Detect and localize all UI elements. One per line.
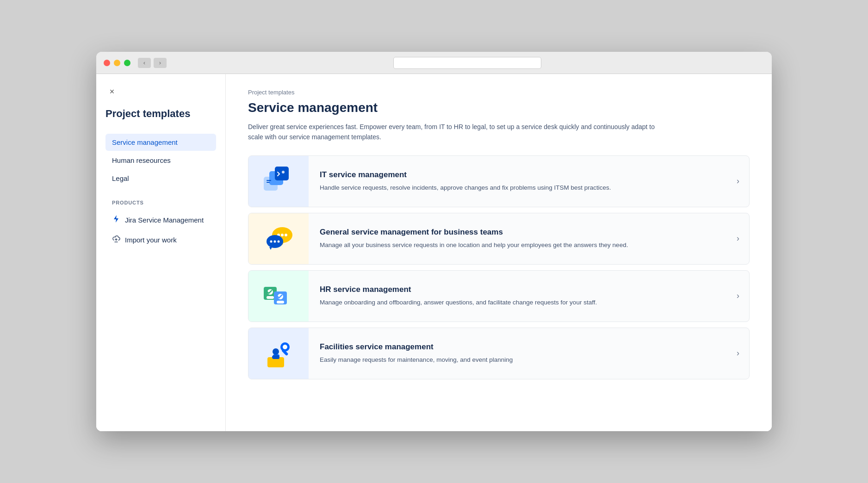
template-icon-facilities [248,328,309,379]
svg-point-14 [274,240,276,242]
template-title-general: General service management for business … [320,228,716,237]
sidebar-title: Project templates [105,107,216,121]
template-info-hr: HR service management Manage onboarding … [309,276,727,316]
template-title-facilities: Facilities service management [320,342,716,352]
template-info-it: IT service management Handle service req… [309,161,727,202]
svg-rect-3 [275,167,289,180]
svg-point-4 [282,171,285,173]
svg-marker-16 [269,247,272,250]
sidebar-item-import-label: Import your work [125,236,177,244]
sidebar-close-button[interactable]: × [105,85,118,98]
template-card-hr-service[interactable]: HR service management Manage onboarding … [248,270,750,322]
template-arrow-facilities: › [727,348,749,358]
svg-rect-22 [277,301,284,303]
page-title: Service management [248,100,750,115]
template-card-general-service[interactable]: General service management for business … [248,213,750,265]
svg-point-15 [278,240,280,242]
svg-rect-6 [267,182,270,183]
template-desc-hr: Manage onboarding and offboarding, answe… [320,298,634,307]
breadcrumb: Project templates [248,89,750,96]
sidebar-section-products: PRODUCTS [112,200,216,205]
sidebar-item-import-your-work[interactable]: Import your work [105,230,216,250]
svg-rect-19 [267,296,274,299]
template-info-general: General service management for business … [309,218,727,259]
svg-point-10 [285,234,287,236]
window-body: × Project templates Service management H… [96,74,772,431]
sidebar-item-human-resources[interactable]: Human reseources [105,152,216,169]
sidebar-item-jira-label: Jira Service Management [125,216,204,224]
template-info-facilities: Facilities service management Easily man… [309,333,727,374]
titlebar: ‹ › [96,52,772,74]
svg-rect-29 [272,355,279,359]
sidebar-item-jira-service-management[interactable]: Jira Service Management [105,210,216,230]
sidebar-item-legal[interactable]: Legal [105,170,216,187]
template-desc-general: Manage all your business service request… [320,241,634,250]
svg-point-28 [273,348,279,355]
template-desc-it: Handle service requests, resolve inciden… [320,183,634,192]
svg-rect-5 [267,180,271,181]
nav-controls: ‹ › [138,58,167,68]
svg-marker-0 [114,215,118,223]
close-window-button[interactable] [104,60,110,66]
lightning-icon [112,215,120,225]
svg-point-9 [281,234,284,236]
sidebar: × Project templates Service management H… [96,74,226,431]
svg-point-13 [270,240,273,242]
back-button[interactable]: ‹ [138,58,151,68]
template-icon-it [248,156,309,207]
url-bar[interactable] [393,57,541,69]
main-content: Project templates Service management Del… [226,74,772,431]
template-icon-general [248,213,309,264]
template-title-hr: HR service management [320,285,716,294]
template-arrow-general: › [727,234,749,243]
titlebar-search-area [170,57,764,69]
template-icon-hr [248,271,309,322]
template-card-facilities-service[interactable]: Facilities service management Easily man… [248,328,750,379]
forward-button[interactable]: › [154,58,167,68]
cloud-upload-icon [112,235,120,245]
sidebar-item-service-management[interactable]: Service management [105,134,216,151]
maximize-window-button[interactable] [124,60,130,66]
template-card-it-service[interactable]: IT service management Handle service req… [248,155,750,207]
template-arrow-it: › [727,176,749,186]
template-desc-facilities: Easily manage requests for maintenance, … [320,355,634,365]
minimize-window-button[interactable] [114,60,120,66]
app-window: ‹ › × Project templates Service manageme… [96,52,772,431]
sidebar-nav: Service management Human reseources Lega… [105,134,216,187]
template-arrow-hr: › [727,291,749,301]
page-description: Deliver great service experiences fast. … [248,122,664,142]
svg-point-26 [283,345,287,349]
template-title-it: IT service management [320,170,716,180]
